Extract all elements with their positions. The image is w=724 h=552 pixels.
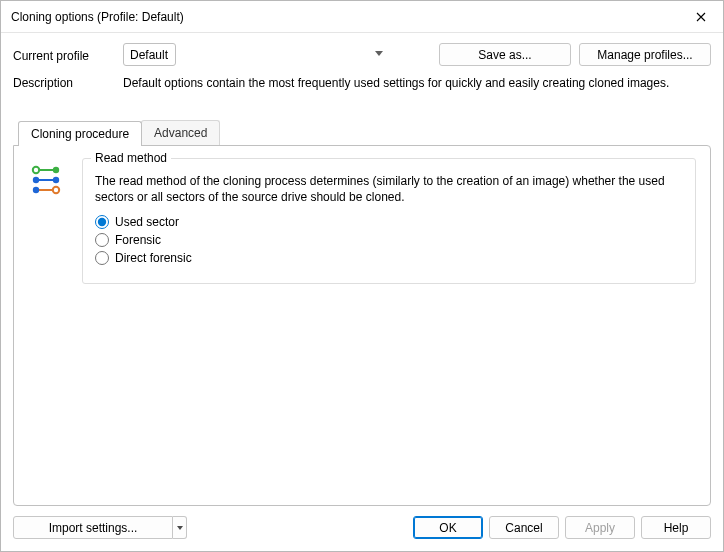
read-method-legend: Read method (91, 151, 171, 165)
save-as-button[interactable]: Save as... (439, 43, 571, 66)
tabs-container: Cloning procedure Advanced (13, 120, 711, 506)
close-button[interactable] (679, 1, 723, 32)
apply-button[interactable]: Apply (565, 516, 635, 539)
radio-direct-forensic-row[interactable]: Direct forensic (95, 251, 683, 265)
tab-advanced[interactable]: Advanced (141, 120, 220, 145)
radio-direct-forensic[interactable] (95, 251, 109, 265)
radio-used-sector-row[interactable]: Used sector (95, 215, 683, 229)
radio-used-sector-label: Used sector (115, 215, 179, 229)
cloning-procedure-icon (24, 158, 82, 491)
read-method-group: Read method The read method of the cloni… (82, 158, 696, 284)
radio-direct-forensic-label: Direct forensic (115, 251, 192, 265)
profile-select[interactable]: Default (123, 43, 176, 66)
titlebar: Cloning options (Profile: Default) (1, 1, 723, 33)
panel-body: Read method The read method of the cloni… (82, 158, 696, 491)
ok-button[interactable]: OK (413, 516, 483, 539)
cancel-button[interactable]: Cancel (489, 516, 559, 539)
help-button[interactable]: Help (641, 516, 711, 539)
svg-point-8 (53, 187, 59, 193)
tab-strip: Cloning procedure Advanced (13, 120, 711, 145)
svg-point-4 (53, 167, 59, 173)
description-label: Description (13, 74, 123, 90)
import-settings-dropdown[interactable] (173, 516, 187, 539)
description-text: Default options contain the most frequen… (123, 76, 669, 90)
profile-select-wrap: Default (123, 43, 391, 66)
close-icon (696, 12, 706, 22)
manage-profiles-button[interactable]: Manage profiles... (579, 43, 711, 66)
import-settings-button[interactable]: Import settings... (13, 516, 173, 539)
import-settings-split: Import settings... (13, 516, 187, 539)
radio-used-sector[interactable] (95, 215, 109, 229)
description-row: Description Default options contain the … (13, 74, 711, 90)
tab-panel-cloning: Read method The read method of the cloni… (13, 145, 711, 506)
svg-point-7 (33, 187, 39, 193)
read-method-help: The read method of the cloning process d… (95, 173, 683, 205)
radio-forensic-label: Forensic (115, 233, 161, 247)
radio-forensic[interactable] (95, 233, 109, 247)
flow-graph-icon (30, 164, 62, 196)
current-profile-label: Current profile (13, 47, 123, 63)
radio-forensic-row[interactable]: Forensic (95, 233, 683, 247)
svg-point-3 (33, 167, 39, 173)
tab-cloning-procedure[interactable]: Cloning procedure (18, 121, 142, 146)
svg-point-5 (33, 177, 39, 183)
content-area: Current profile Default Save as... Manag… (1, 33, 723, 506)
footer: Import settings... OK Cancel Apply Help (1, 506, 723, 551)
window-title: Cloning options (Profile: Default) (11, 10, 679, 24)
profile-row: Current profile Default Save as... Manag… (13, 43, 711, 66)
svg-point-6 (53, 177, 59, 183)
